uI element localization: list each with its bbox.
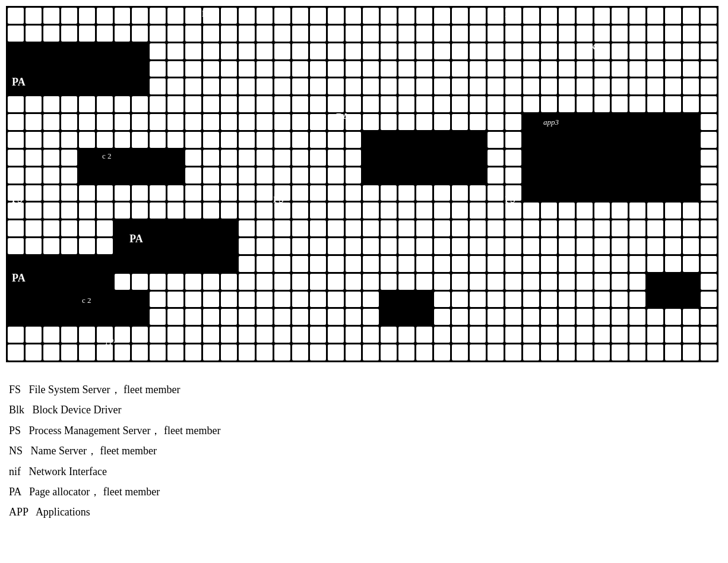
grid-cell (701, 132, 717, 148)
legend-item-ns: NS Name Server， fleet member (9, 441, 719, 460)
grid-cell (434, 8, 450, 24)
grid-cell (150, 61, 166, 77)
grid-cell (8, 344, 24, 360)
grid-cell (452, 26, 468, 42)
grid-cell (132, 344, 148, 360)
grid-cell (541, 96, 557, 112)
grid-cell (292, 43, 308, 59)
grid-cell (203, 132, 219, 148)
grid-cell (257, 327, 273, 343)
grid-cell (328, 327, 344, 343)
grid-cell (559, 61, 575, 77)
grid-cell (559, 309, 575, 325)
grid-cell (167, 203, 183, 219)
grid-cell (416, 203, 432, 219)
grid-cell (8, 327, 24, 343)
grid-cell (523, 327, 539, 343)
grid-cell (452, 96, 468, 112)
grid-cell (292, 61, 308, 77)
grid-cell (257, 203, 273, 219)
grid-cell (594, 78, 610, 94)
grid-cell (292, 256, 308, 272)
grid-cell (629, 238, 645, 254)
grid-cell (505, 220, 521, 236)
grid-cell (97, 96, 113, 112)
grid-cell (629, 309, 645, 325)
grid-cell (26, 167, 42, 184)
grid-cell (577, 327, 593, 343)
grid-cell (665, 309, 681, 325)
grid-cell (346, 26, 362, 42)
grid-cell (488, 26, 504, 42)
grid-cell (381, 8, 397, 24)
grid-cell (488, 327, 504, 343)
grid-cell (416, 238, 432, 254)
grid-cell (683, 327, 699, 343)
grid-cell (470, 61, 486, 77)
grid-cell (470, 344, 486, 360)
grid-cell (523, 8, 539, 24)
grid-cell (346, 292, 362, 308)
grid-cell (257, 274, 273, 290)
c2-label-1: c 2 (102, 151, 112, 161)
pa-label-4: PA (12, 272, 26, 284)
grid-cell (470, 114, 486, 130)
grid-cell (523, 43, 539, 59)
grid-cell (381, 309, 397, 325)
grid-cell (150, 203, 166, 219)
grid-cell (185, 274, 201, 290)
grid-cell (577, 309, 593, 325)
grid-cell (398, 78, 414, 94)
grid-cell (61, 150, 77, 166)
grid-cell (346, 96, 362, 112)
grid-cell (416, 256, 432, 272)
grid-cell (43, 327, 59, 343)
grid-cell (416, 96, 432, 112)
legend-item-nif: nif Network Interface (9, 462, 719, 481)
grid-cell (647, 344, 663, 360)
grid-cell (363, 61, 379, 77)
grid-cell (310, 61, 326, 77)
grid-cell (594, 132, 610, 148)
grid-cell (257, 220, 273, 236)
grid-cell (167, 309, 183, 325)
grid-cell (257, 150, 273, 166)
grid-cell (185, 203, 201, 219)
grid-cell (79, 8, 95, 24)
grid-cell (185, 26, 201, 42)
grid-cell (452, 238, 468, 254)
grid-cell (612, 203, 628, 219)
grid-cell (203, 61, 219, 77)
grid-cell (577, 78, 593, 94)
grid-cell (310, 167, 326, 184)
grid-cell (79, 96, 95, 112)
grid-cell (470, 238, 486, 254)
grid-cell (274, 150, 290, 166)
grid-cell (683, 167, 699, 184)
grid-cell (612, 292, 628, 308)
grid-cell (363, 43, 379, 59)
grid-cell (541, 344, 557, 360)
grid-cell (647, 274, 663, 290)
grid-cell (647, 26, 663, 42)
grid-cell (612, 8, 628, 24)
grid-cell (434, 61, 450, 77)
grid-cell (43, 185, 59, 201)
grid-cell (43, 96, 59, 112)
grid-cell (665, 238, 681, 254)
grid-cell (452, 43, 468, 59)
grid-cell (398, 114, 414, 130)
grid-cell (26, 344, 42, 360)
grid-cell (505, 43, 521, 59)
grid-cell (416, 185, 432, 201)
grid-cell (26, 274, 42, 290)
grid-cell (292, 150, 308, 166)
grid-cell (346, 309, 362, 325)
grid-cell (647, 96, 663, 112)
grid-cell (541, 309, 557, 325)
grid-cell (381, 43, 397, 59)
grid-cell (523, 256, 539, 272)
legend-key-fs: FS (9, 384, 21, 396)
grid-cell (577, 203, 593, 219)
grid-cell (612, 256, 628, 272)
